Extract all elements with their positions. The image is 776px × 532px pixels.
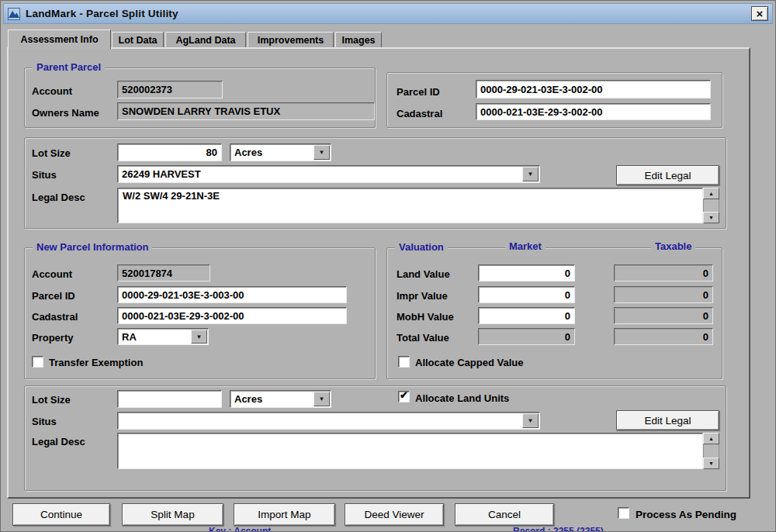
- parent-lot-size-input[interactable]: [117, 143, 222, 161]
- process-as-pending-checkbox[interactable]: ✔: [618, 507, 629, 519]
- tab-improvements[interactable]: Improvements: [248, 32, 334, 48]
- continue-button[interactable]: Continue: [12, 503, 110, 526]
- tab-agland-data[interactable]: AgLand Data: [165, 32, 246, 48]
- allocate-capped-value-checkbox[interactable]: ✔: [398, 356, 410, 368]
- new-lot-units-select[interactable]: Acres ▼: [230, 390, 331, 408]
- background-status-record: Record : 2255 (2255): [513, 526, 604, 532]
- allocate-land-units-checkbox[interactable]: ✔: [398, 391, 410, 402]
- new-cadastral-label: Cadastral: [32, 311, 78, 323]
- parent-parcel-title: Parent Parcel: [33, 61, 105, 73]
- parcel-split-utility-window: LandMark - Parcel Split Utility × Assess…: [0, 0, 776, 532]
- chevron-down-icon[interactable]: ▼: [522, 413, 539, 428]
- mobh-value-label: MobH Value: [397, 311, 454, 323]
- new-legal-scrollbar[interactable]: ▲ ▼: [703, 433, 719, 469]
- parent-legal-scrollbar[interactable]: ▲ ▼: [703, 188, 719, 223]
- new-parcel-id-label: Parcel ID: [32, 290, 75, 302]
- close-icon[interactable]: ×: [751, 6, 768, 21]
- impr-value-label: Impr Value: [397, 290, 448, 302]
- parent-account-field: 520002373: [117, 81, 223, 98]
- parent-situs-select[interactable]: 26249 HARVEST ▼: [117, 165, 540, 183]
- total-value-market-field: 0: [478, 328, 575, 345]
- parent-legal-desc-textarea[interactable]: W/2 SW/4 29-21N-3E: [117, 188, 703, 223]
- chevron-down-icon[interactable]: ▼: [191, 330, 207, 344]
- chevron-down-icon[interactable]: ▼: [314, 145, 330, 160]
- allocate-land-units-label: Allocate Land Units: [415, 392, 509, 404]
- total-value-label: Total Value: [397, 332, 449, 344]
- parent-lot-size-label: Lot Size: [32, 147, 71, 159]
- chevron-down-icon[interactable]: ▼: [522, 167, 539, 181]
- new-property-label: Property: [32, 332, 73, 344]
- scroll-up-icon[interactable]: ▲: [703, 188, 719, 199]
- parent-situs-label: Situs: [32, 169, 57, 181]
- transfer-exemption-checkbox[interactable]: ✔: [32, 356, 43, 368]
- parent-edit-legal-button[interactable]: Edit Legal: [616, 165, 719, 185]
- land-value-label: Land Value: [397, 268, 450, 280]
- import-map-button[interactable]: Import Map: [234, 503, 335, 526]
- mobh-value-taxable-field: 0: [614, 307, 713, 324]
- deed-viewer-button[interactable]: Deed Viewer: [345, 503, 444, 526]
- new-situs-select[interactable]: ▼: [117, 412, 540, 430]
- impr-value-taxable-field: 0: [614, 286, 713, 303]
- parent-parcel-id-label: Parcel ID: [397, 86, 440, 98]
- background-status-key: Key : Account: [209, 526, 271, 532]
- scroll-up-icon[interactable]: ▲: [703, 433, 719, 444]
- parent-situs-value: 26249 HARVEST: [122, 166, 521, 182]
- mobh-value-market-input[interactable]: [478, 307, 575, 324]
- new-lot-size-label: Lot Size: [32, 394, 71, 406]
- land-value-market-input[interactable]: [478, 264, 575, 282]
- new-account-label: Account: [32, 268, 72, 280]
- cancel-button[interactable]: Cancel: [455, 503, 554, 526]
- tab-lot-data[interactable]: Lot Data: [112, 32, 164, 48]
- chevron-down-icon[interactable]: ▼: [314, 392, 330, 406]
- parent-account-label: Account: [32, 85, 72, 97]
- new-parcel-title: New Parcel Information: [33, 241, 152, 253]
- window-title: LandMark - Parcel Split Utility: [26, 8, 178, 19]
- valuation-title: Valuation: [395, 241, 448, 253]
- new-legal-desc-label: Legal Desc: [32, 436, 85, 447]
- new-cadastral-input[interactable]: [117, 307, 347, 324]
- tab-images[interactable]: Images: [335, 32, 382, 48]
- new-property-select[interactable]: RA ▼: [117, 328, 209, 345]
- land-value-taxable-field: 0: [614, 264, 713, 282]
- process-as-pending-label: Process As Pending: [636, 509, 736, 520]
- new-situs-value: [122, 413, 521, 429]
- new-legal-desc-textarea[interactable]: [117, 433, 703, 469]
- impr-value-market-input[interactable]: [478, 286, 575, 303]
- new-lot-size-input[interactable]: [117, 390, 222, 408]
- tab-assessment-info[interactable]: Assessment Info: [8, 29, 111, 49]
- parent-parcel-id-input[interactable]: [476, 80, 711, 98]
- new-property-value: RA: [122, 329, 189, 344]
- scroll-track[interactable]: [703, 444, 719, 458]
- scroll-down-icon[interactable]: ▼: [703, 458, 719, 469]
- taxable-header: Taxable: [651, 240, 695, 252]
- new-lot-units-value: Acres: [234, 391, 312, 407]
- new-parcel-id-input[interactable]: [117, 286, 347, 303]
- parent-lot-units-select[interactable]: Acres ▼: [230, 143, 331, 161]
- total-value-taxable-field: 0: [614, 328, 713, 345]
- parent-cadastral-label: Cadastral: [397, 108, 442, 119]
- title-bar: LandMark - Parcel Split Utility ×: [3, 3, 773, 24]
- scroll-down-icon[interactable]: ▼: [703, 212, 719, 223]
- parent-owners-label: Owners Name: [32, 107, 99, 119]
- new-edit-legal-button[interactable]: Edit Legal: [616, 410, 719, 430]
- new-situs-label: Situs: [32, 416, 57, 427]
- parent-legal-desc-label: Legal Desc: [32, 192, 85, 203]
- parent-lot-units-value: Acres: [234, 144, 312, 161]
- allocate-capped-value-label: Allocate Capped Value: [415, 357, 523, 368]
- parent-owners-field: SNOWDEN LARRY TRAVIS ETUX: [117, 102, 375, 120]
- market-header: Market: [505, 240, 546, 252]
- split-map-button[interactable]: Split Map: [122, 503, 223, 526]
- scroll-track[interactable]: [703, 199, 719, 212]
- new-account-field: 520017874: [117, 264, 210, 282]
- checkmark-icon: ✔: [400, 389, 408, 401]
- parent-cadastral-input[interactable]: [476, 103, 711, 120]
- landmark-app-icon: [8, 8, 20, 20]
- transfer-exemption-label: Transfer Exemption: [49, 357, 143, 368]
